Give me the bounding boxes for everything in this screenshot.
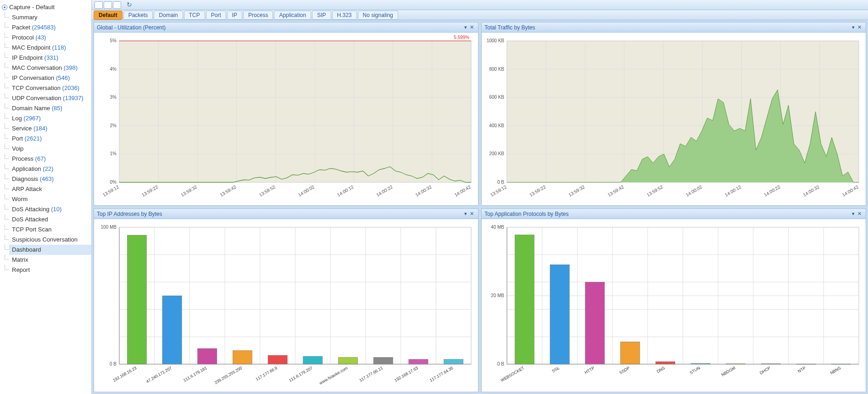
sidebar-item-report[interactable]: Report xyxy=(9,265,91,275)
svg-text:14:00:32: 14:00:32 xyxy=(802,184,821,197)
sidebar-item-application[interactable]: Application (22) xyxy=(9,164,91,174)
svg-text:0 B: 0 B xyxy=(497,180,504,185)
svg-text:DHCP: DHCP xyxy=(759,366,771,375)
svg-text:2%: 2% xyxy=(110,123,117,128)
svg-rect-91 xyxy=(268,355,287,364)
svg-text:NBNS: NBNS xyxy=(829,366,842,375)
sidebar-item-diagnosis[interactable]: Diagnosis (463) xyxy=(9,174,91,184)
sidebar-item-worm[interactable]: Worm xyxy=(9,194,91,204)
panel-menu-icon[interactable]: ▾ xyxy=(851,24,856,30)
sidebar-item-service[interactable]: Service (184) xyxy=(9,124,91,134)
sidebar-item-dashboard[interactable]: Dashboard xyxy=(9,245,91,255)
tab-application[interactable]: Application xyxy=(274,11,311,20)
svg-text:5.599%: 5.599% xyxy=(454,35,469,40)
sidebar-item-tcp-port-scan[interactable]: TCP Port Scan xyxy=(9,225,91,235)
panel-menu-icon[interactable]: ▾ xyxy=(463,211,468,217)
tab-h-323[interactable]: H.323 xyxy=(332,11,357,20)
sidebar-item-count: (67) xyxy=(35,155,46,162)
sidebar-item-mac-conversation[interactable]: MAC Conversation (398) xyxy=(9,63,91,73)
svg-text:14:00:42: 14:00:42 xyxy=(454,184,472,197)
sidebar-item-voip[interactable]: Voip xyxy=(9,144,91,154)
sidebar-item-count: (331) xyxy=(45,54,58,61)
tab-domain[interactable]: Domain xyxy=(154,11,183,20)
tab-default[interactable]: Default xyxy=(94,11,122,20)
sidebar-item-dos-attacked[interactable]: DoS Attacked xyxy=(9,214,91,225)
svg-rect-130 xyxy=(585,282,605,364)
sidebar-item-tcp-conversation[interactable]: TCP Conversation (2036) xyxy=(9,83,91,93)
layout-2-button[interactable] xyxy=(104,1,112,9)
svg-text:SSDP: SSDP xyxy=(618,366,630,375)
svg-text:SSL: SSL xyxy=(551,366,560,373)
sidebar-item-label: Packet xyxy=(12,24,30,31)
svg-text:14:00:02: 14:00:02 xyxy=(297,184,316,197)
sidebar-item-label: Matrix xyxy=(12,256,28,263)
svg-text:3%: 3% xyxy=(110,95,117,100)
panel-menu-icon[interactable]: ▾ xyxy=(851,211,856,217)
sidebar-item-count: (2967) xyxy=(23,115,41,122)
svg-text:13:59:42: 13:59:42 xyxy=(606,184,625,197)
sidebar-item-label: Diagnosis xyxy=(12,175,38,182)
sidebar-item-label: UDP Conversation xyxy=(12,95,61,101)
sidebar-item-udp-conversation[interactable]: UDP Conversation (13937) xyxy=(9,93,91,103)
sidebar-item-label: Suspicious Conversation xyxy=(12,236,78,243)
svg-text:13:59:12: 13:59:12 xyxy=(490,184,508,197)
toolbar: ↻ xyxy=(92,0,868,10)
sidebar-item-ip-endpoint[interactable]: IP Endpoint (331) xyxy=(9,53,91,63)
sidebar-item-mac-endpoint[interactable]: MAC Endpoint (118) xyxy=(9,43,91,53)
tab-tcp[interactable]: TCP xyxy=(184,11,205,20)
svg-text:13:59:22: 13:59:22 xyxy=(141,184,159,197)
tab-sip[interactable]: SIP xyxy=(312,11,331,20)
svg-text:14:00:12: 14:00:12 xyxy=(724,184,742,197)
sidebar-item-matrix[interactable]: Matrix xyxy=(9,255,91,265)
svg-text:800 KB: 800 KB xyxy=(489,67,504,72)
sidebar-item-port[interactable]: Port (2621) xyxy=(9,134,91,144)
capture-icon xyxy=(2,5,7,10)
sidebar-item-arp-attack[interactable]: ARP Attack xyxy=(9,184,91,194)
sidebar-item-domain-name[interactable]: Domain Name (85) xyxy=(9,103,91,113)
layout-3-button[interactable] xyxy=(113,1,121,9)
tab-no-signaling[interactable]: No signaling xyxy=(358,11,398,20)
sidebar-item-dos-attacking[interactable]: DoS Attacking (10) xyxy=(9,204,91,214)
svg-text:NTP: NTP xyxy=(797,366,807,374)
sidebar-item-label: TCP Port Scan xyxy=(12,226,51,233)
panel-close-icon[interactable]: ✕ xyxy=(468,211,475,217)
svg-text:14:00:02: 14:00:02 xyxy=(685,184,703,197)
svg-text:1000 KB: 1000 KB xyxy=(487,38,505,43)
panel-close-icon[interactable]: ✕ xyxy=(856,211,863,217)
tree-root[interactable]: Capture - Default xyxy=(0,3,91,11)
sidebar-item-suspicious-conversation[interactable]: Suspicious Conversation xyxy=(9,235,91,245)
sidebar-item-protocol[interactable]: Protocol (43) xyxy=(9,33,91,43)
svg-text:STUN: STUN xyxy=(689,366,701,375)
sidebar-item-label: Domain Name xyxy=(12,105,50,112)
svg-text:111.6.179.181: 111.6.179.181 xyxy=(183,366,208,383)
utilization-chart: 0%1%2%3%4%5%13:59:1213:59:2213:59:3213:5… xyxy=(94,33,478,205)
tab-ip[interactable]: IP xyxy=(227,11,242,20)
sidebar-item-count: (43) xyxy=(35,34,46,41)
svg-text:NBDGM: NBDGM xyxy=(721,366,736,377)
sidebar-item-count: (463) xyxy=(40,175,54,182)
svg-text:4%: 4% xyxy=(110,67,117,72)
sidebar-item-packet[interactable]: Packet (294583) xyxy=(9,23,91,33)
sidebar-item-label: DoS Attacked xyxy=(12,216,48,223)
svg-text:47.240.171.207: 47.240.171.207 xyxy=(145,366,172,384)
refresh-icon[interactable]: ↻ xyxy=(127,1,135,9)
sidebar-item-count: (22) xyxy=(43,165,53,172)
sidebar-item-process[interactable]: Process (67) xyxy=(9,154,91,164)
svg-text:192.168.16.23: 192.168.16.23 xyxy=(112,366,137,383)
tab-process[interactable]: Process xyxy=(243,11,273,20)
sidebar-item-label: IP Conversation xyxy=(12,74,54,81)
panel-close-icon[interactable]: ✕ xyxy=(468,24,475,30)
svg-rect-0 xyxy=(119,41,471,182)
panel-menu-icon[interactable]: ▾ xyxy=(463,24,468,30)
svg-text:20 MB: 20 MB xyxy=(491,293,504,298)
tab-packets[interactable]: Packets xyxy=(123,11,153,20)
sidebar-item-label: Log xyxy=(12,115,22,122)
layout-1-button[interactable] xyxy=(95,1,103,9)
panel-close-icon[interactable]: ✕ xyxy=(856,24,863,30)
sidebar-item-summary[interactable]: Summary xyxy=(9,12,91,23)
panel-traffic: Total Traffic by Bytes ▾ ✕ 0 B200 KB400 … xyxy=(481,22,866,206)
sidebar-item-ip-conversation[interactable]: IP Conversation (546) xyxy=(9,73,91,83)
sidebar-item-log[interactable]: Log (2967) xyxy=(9,113,91,124)
tab-port[interactable]: Port xyxy=(206,11,226,20)
svg-rect-127 xyxy=(550,265,569,364)
